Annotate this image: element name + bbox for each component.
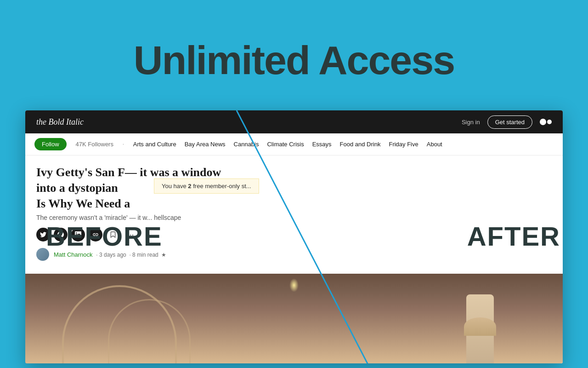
page-headline: Unlimited Access bbox=[0, 37, 588, 84]
top-navbar: the Bold Italic Sign in Get started bbox=[25, 110, 563, 133]
author-info: Matt Charnock · 3 days ago · 8 min read … bbox=[54, 250, 166, 259]
article-title-line1: Ivy Getty's San F bbox=[36, 166, 125, 179]
follow-button[interactable]: Follow bbox=[34, 138, 67, 150]
statue-top bbox=[464, 317, 496, 336]
nav-link-about[interactable]: About bbox=[427, 141, 442, 148]
nav-link-cannabis[interactable]: Cannabis bbox=[234, 141, 259, 148]
time-ago: 3 days ago bbox=[99, 252, 126, 258]
medium-circle-small bbox=[547, 120, 552, 124]
article-image bbox=[25, 274, 563, 363]
nav-link-fridayfive[interactable]: Friday Five bbox=[389, 141, 418, 148]
light-glow bbox=[289, 278, 299, 292]
read-time: 8 min read bbox=[132, 252, 158, 258]
banner-prefix: You have bbox=[162, 183, 188, 190]
nav-link-bayarea[interactable]: Bay Area News bbox=[185, 141, 226, 148]
get-started-button[interactable]: Get started bbox=[487, 115, 532, 129]
member-banner: You have 2 free member-only st... bbox=[154, 178, 259, 194]
sign-in-button[interactable]: Sign in bbox=[462, 119, 480, 126]
before-label: BEFORE bbox=[46, 221, 163, 252]
medium-logo-icon bbox=[540, 119, 552, 125]
nav-link-climate[interactable]: Climate Crisis bbox=[267, 141, 304, 148]
article-excerpt: The ceremony wasn't a 'miracle' — it w..… bbox=[36, 214, 215, 221]
dot-separator: · bbox=[123, 142, 124, 147]
site-logo: the Bold Italic bbox=[36, 117, 84, 127]
after-label: AFTER bbox=[467, 221, 560, 252]
nav-link-arts[interactable]: Arts and Culture bbox=[133, 141, 176, 148]
banner-count: 2 bbox=[188, 183, 191, 190]
nav-links: Arts and Culture Bay Area News Cannabis … bbox=[133, 141, 442, 148]
nav-link-essays[interactable]: Essays bbox=[312, 141, 332, 148]
nav-right: Sign in Get started bbox=[462, 115, 552, 129]
author-meta: · 3 days ago · 8 min read ★ bbox=[95, 252, 166, 258]
article-title-line2: Is Why We Need a bbox=[36, 197, 130, 210]
author-name[interactable]: Matt Charnock bbox=[54, 251, 93, 258]
banner-suffix: free member-only st... bbox=[192, 183, 251, 190]
sub-navbar: Follow 47K Followers · Arts and Culture … bbox=[25, 133, 563, 155]
logo-area: the Bold Italic bbox=[36, 117, 84, 127]
followers-count: 47K Followers bbox=[76, 141, 113, 148]
medium-circle-large bbox=[540, 119, 546, 125]
nav-link-food[interactable]: Food and Drink bbox=[340, 141, 381, 148]
